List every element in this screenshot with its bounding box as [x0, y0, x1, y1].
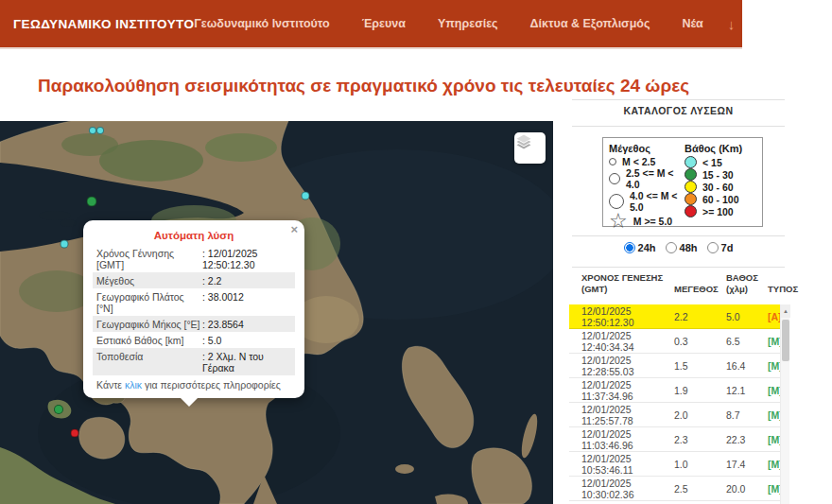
cell-mag: 1.9: [674, 385, 726, 396]
popup-row: Γεωγραφικό Πλάτος [°N]38.0012: [93, 288, 295, 316]
popup-field-value: 12/01/2025 12:50:12.30: [202, 248, 291, 270]
popup-row: Μέγεθος2.2: [93, 272, 295, 288]
depth-circle-icon: [685, 193, 697, 205]
quake-marker[interactable]: [61, 240, 69, 249]
legend-label: 60 - 100: [702, 194, 739, 205]
cell-depth: 5.0: [726, 311, 768, 322]
popup-field-value: 2 Χλμ. N του Γέρακα: [202, 351, 291, 374]
cell-mag: 1.5: [674, 360, 726, 372]
quake-marker[interactable]: [89, 127, 96, 134]
table-row[interactable]: 12/01/2025 12:50:12.302.25.0[A]: [569, 304, 781, 329]
period-label: 24h: [638, 242, 656, 253]
popup-row: Γεωγραφικό Μήκος [°E]23.8564: [93, 316, 295, 332]
table-scrollbar[interactable]: ▲: [780, 304, 789, 504]
cell-depth: 8.7: [726, 409, 768, 421]
cell-depth: 12.1: [726, 385, 768, 396]
depth-circle-icon: [685, 205, 697, 217]
magnitude-circle-icon: [609, 158, 616, 165]
legend-depth-item: 30 - 60: [685, 181, 756, 193]
page-title: Παρακολούθηση σεισμικότητας σε πραγματικ…: [38, 76, 689, 96]
legend-magnitude-star-item: ☆ M >= 5.0: [609, 213, 681, 230]
quake-marker[interactable]: [302, 192, 310, 200]
map-layers-button[interactable]: [514, 132, 546, 164]
popup-more-info-link[interactable]: κλικ: [125, 379, 142, 391]
popup-field-label: Τοποθεσία: [96, 351, 202, 374]
site-logo[interactable]: ΓΕΩΔΥΝΑΜΙΚΟ ΙΝΣΤΙΤΟΥΤΟ: [13, 17, 194, 31]
popup-field-value: 2.2: [202, 275, 291, 287]
table-header-cell: ΒΑΘΟΣ (χλμ): [726, 272, 768, 296]
top-nav-bar: ΓΕΩΔΥΝΑΜΙΚΟ ΙΝΣΤΙΤΟΥΤΟ Γεωδυναμικό Ινστι…: [0, 0, 742, 49]
popup-field-label: Χρόνος Γέννησης [GMT]: [96, 248, 202, 270]
cell-mag: 1.0: [674, 459, 726, 470]
popup-field-value: 38.0012: [202, 291, 291, 314]
radio-icon[interactable]: [624, 242, 635, 253]
quake-table: 12/01/2025 12:50:12.302.25.0[A]12/01/202…: [569, 304, 781, 501]
period-option-24h[interactable]: 24h: [624, 242, 656, 253]
popup-field-label: Γεωγραφικό Πλάτος [°N]: [96, 291, 202, 314]
legend-magnitude-item: 2.5 <= M < 4.0: [609, 167, 681, 190]
table-row[interactable]: 12/01/2025 11:37:34.961.912.1[M]: [569, 378, 781, 403]
popup-field-label: Μέγεθος: [96, 275, 202, 287]
quake-marker[interactable]: [87, 197, 97, 207]
radio-icon[interactable]: [707, 242, 719, 253]
cell-mag: 0.3: [674, 336, 726, 347]
period-option-7d[interactable]: 7d: [707, 242, 734, 253]
catalog-title: ΚΑΤΑΛΟΓΟΣ ΛΥΣΕΩΝ: [572, 105, 785, 116]
legend-label: 2.5 <= M < 4.0: [626, 167, 681, 190]
legend-depth-title: Βάθος (Km): [685, 143, 756, 154]
nav-item-4[interactable]: Δίκτυα & Εξοπλισμός: [530, 17, 650, 30]
divider: [572, 235, 785, 236]
cell-time: 12/01/2025 11:03:46.96: [581, 428, 674, 451]
table-row[interactable]: 12/01/2025 10:53:46.111.017.4[M]: [569, 452, 781, 477]
main-nav: Γεωδυναμικό ΙνστιτούτοΈρευναΥπηρεσίεςΔίκ…: [194, 17, 702, 30]
divider: [572, 126, 785, 127]
period-label: 7d: [721, 242, 734, 253]
popup-footer: Κάντε κλικ για περισσότερες πληροφορίες: [93, 379, 295, 391]
period-selector: 24h48h7d: [572, 242, 785, 253]
legend-depth-item: 60 - 100: [685, 193, 756, 205]
popup-close-icon[interactable]: ×: [290, 223, 298, 235]
legend-depth-item: >= 100: [685, 205, 756, 217]
table-header-cell: ΤΥΠΟΣ: [768, 284, 798, 295]
nav-item-5[interactable]: Νέα: [682, 17, 702, 30]
popup-details: Χρόνος Γέννησης [GMT]12/01/2025 12:50:12…: [93, 245, 295, 375]
nav-item-1[interactable]: Γεωδυναμικό Ινστιτούτο: [194, 17, 329, 30]
table-header-cell: ΧΡΟΝΟΣ ΓΕΝΕΣΗΣ (GMT): [581, 272, 674, 296]
legend-magnitude-title: Μέγεθος: [609, 143, 681, 154]
nav-item-2[interactable]: Έρευνα: [362, 17, 406, 30]
popup-row: Εστιακό Βάθος [km]5.0: [93, 332, 295, 348]
depth-circle-icon: [685, 156, 697, 168]
cell-depth: 6.5: [726, 336, 768, 347]
cell-time: 12/01/2025 12:50:12.30: [581, 305, 674, 328]
table-row[interactable]: 12/01/2025 11:03:46.962.322.3[M]: [569, 427, 781, 452]
popup-footer-text: Κάντε: [96, 379, 125, 391]
quake-marker[interactable]: [96, 127, 104, 134]
divider: [572, 267, 785, 268]
table-row[interactable]: 12/01/2025 11:25:57.782.08.7[M]: [569, 403, 781, 427]
popup-footer-text2: για περισσότερες πληροφορίες: [142, 379, 281, 391]
legend-label: 4.0 <= M < 5.0: [630, 190, 681, 213]
map[interactable]: × Αυτόματη λύση Χρόνος Γέννησης [GMT]12/…: [0, 121, 553, 504]
scroll-down-icon[interactable]: ↓: [728, 16, 736, 32]
period-option-48h[interactable]: 48h: [666, 242, 698, 253]
cell-depth: 22.3: [726, 434, 768, 445]
radio-icon[interactable]: [666, 242, 677, 253]
depth-circle-icon: [685, 168, 697, 181]
star-icon: ☆: [609, 213, 628, 230]
scrollbar-thumb[interactable]: [782, 320, 789, 361]
quake-marker[interactable]: [54, 405, 63, 414]
table-row[interactable]: 12/01/2025 10:30:02.362.520.0[M]: [569, 477, 781, 501]
table-row[interactable]: 12/01/2025 12:40:34.340.36.5[M]: [569, 329, 781, 354]
nav-item-3[interactable]: Υπηρεσίες: [438, 17, 498, 30]
cell-time: 12/01/2025 10:30:02.36: [581, 478, 674, 500]
table-row[interactable]: 12/01/2025 12:28:55.031.516.4[M]: [569, 354, 781, 378]
map-legend: Μέγεθος M < 2.52.5 <= M < 4.04.0 <= M < …: [602, 137, 763, 227]
magnitude-circle-icon: [609, 194, 624, 209]
scrollbar-up-arrow[interactable]: ▲: [781, 304, 790, 318]
popup-field-label: Εστιακό Βάθος [km]: [96, 335, 202, 346]
quake-marker[interactable]: [71, 429, 79, 438]
magnitude-circle-icon: [609, 173, 620, 184]
cell-depth: 20.0: [726, 483, 768, 495]
legend-magnitude-item: M < 2.5: [609, 156, 681, 167]
popup-field-value: 23.8564: [202, 319, 291, 330]
